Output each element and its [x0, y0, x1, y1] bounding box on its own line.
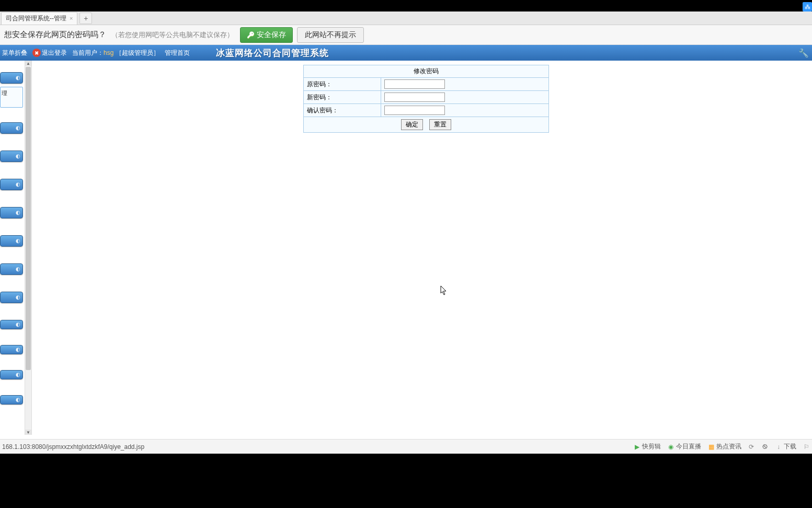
sidebar-item-8[interactable]	[0, 292, 23, 303]
admin-home-link[interactable]: 管理首页	[165, 49, 190, 57]
logout-link[interactable]: 退出登录	[42, 49, 67, 57]
scroll-up-icon[interactable]: ▲	[25, 61, 31, 66]
news-button[interactable]: ▦ 热点资讯	[707, 442, 741, 451]
sidebar-subitem[interactable]: 理	[0, 87, 23, 108]
live-label: 今日直播	[676, 442, 701, 451]
quick-cut-button[interactable]: ▶ 快剪辑	[633, 442, 661, 451]
download-button[interactable]: ↓ 下载	[775, 442, 796, 451]
logout-icon: ✖	[32, 49, 41, 57]
sidebar-item-1[interactable]	[0, 72, 23, 84]
browser-tab[interactable]: 司合同管理系统--管理 ×	[1, 12, 77, 25]
cursor-icon	[440, 285, 448, 298]
old-password-input[interactable]	[384, 79, 445, 89]
status-url: 168.1.103:8080/jspmxxzxhtglxtdzkfA9/qiye…	[2, 443, 633, 451]
reset-button[interactable]: 重置	[429, 119, 451, 130]
sidebar-item-11[interactable]	[0, 370, 23, 379]
password-prompt: 想安全保存此网页的密码吗？	[4, 30, 106, 40]
menu-toggle-link[interactable]: 菜单折叠	[2, 49, 27, 57]
content-area: 修改密码 原密码： 新密码： 确认密码： 确定 重置	[38, 61, 812, 435]
sidebar: 理	[0, 61, 25, 435]
live-icon: ◉	[667, 443, 674, 451]
quick-cut-icon: ▶	[633, 443, 641, 451]
sidebar-sub-label: 理	[2, 89, 7, 97]
download-label: 下载	[784, 442, 796, 451]
username: hsg	[104, 49, 113, 56]
sidebar-wrap: 理 ▲ ▼	[0, 61, 38, 435]
title-bar-black	[0, 0, 812, 11]
sidebar-item-7[interactable]	[0, 263, 23, 275]
sidebar-item-3[interactable]	[0, 151, 23, 162]
app-header: 菜单折叠 ✖ 退出登录 当前用户：hsg ［超级管理员］ 管理首页 冰蓝网络公司…	[0, 45, 812, 61]
status-actions: ▶ 快剪辑 ◉ 今日直播 ▦ 热点资讯 ⟳ 🛇 ↓ 下载 ⚐	[633, 442, 810, 451]
new-password-label: 新密码：	[304, 91, 381, 104]
close-icon[interactable]: ×	[70, 15, 73, 21]
new-password-input[interactable]	[384, 93, 445, 102]
scroll-down-icon[interactable]: ▼	[25, 430, 31, 435]
confirm-password-input[interactable]	[384, 106, 445, 115]
sidebar-item-12[interactable]	[0, 395, 23, 405]
browser-tab-bar: 司合同管理系统--管理 × +	[0, 11, 812, 25]
quick-cut-label: 快剪辑	[642, 442, 661, 451]
ok-button[interactable]: 确定	[401, 119, 423, 130]
sidebar-item-5[interactable]	[0, 207, 23, 218]
download-icon: ↓	[775, 443, 782, 451]
main-area: 理 ▲ ▼ 修改密码 原密码： 新密码：	[0, 61, 812, 435]
password-save-bar: 想安全保存此网页的密码吗？ （若您使用网吧等公共电脑不建议保存） 安全保存 此网…	[0, 25, 812, 45]
user-prefix: 当前用户：	[72, 49, 104, 56]
app-title: 冰蓝网络公司合同管理系统	[216, 47, 329, 59]
confirm-password-label: 确认密码：	[304, 104, 381, 117]
change-password-form: 修改密码 原密码： 新密码： 确认密码： 确定 重置	[303, 65, 549, 133]
sidebar-item-6[interactable]	[0, 235, 23, 247]
sidebar-scrollbar[interactable]: ▲ ▼	[25, 61, 32, 435]
old-password-label: 原密码：	[304, 78, 381, 91]
new-tab-button[interactable]: +	[79, 13, 92, 24]
tab-title: 司合同管理系统--管理	[6, 14, 66, 23]
sidebar-item-9[interactable]	[0, 320, 23, 329]
save-password-button[interactable]: 安全保存	[240, 27, 293, 43]
user-role: ［超级管理员］	[116, 49, 159, 56]
form-title: 修改密码	[304, 65, 549, 78]
corner-widget-icon[interactable]: ⁂	[803, 2, 812, 11]
mute-icon[interactable]: 🛇	[761, 443, 769, 451]
header-tool-icon[interactable]: 🔧	[798, 48, 809, 58]
sidebar-item-10[interactable]	[0, 345, 23, 354]
news-label: 热点资讯	[716, 442, 741, 451]
live-button[interactable]: ◉ 今日直播	[667, 442, 701, 451]
no-remind-button[interactable]: 此网站不再提示	[297, 27, 364, 43]
flag-icon[interactable]: ⚐	[803, 443, 810, 451]
sidebar-item-4[interactable]	[0, 179, 23, 190]
news-icon: ▦	[707, 443, 715, 451]
browser-status-bar: 168.1.103:8080/jspmxxzxhtglxtdzkfA9/qiye…	[0, 439, 812, 454]
bottom-black-bar	[0, 454, 812, 508]
password-hint: （若您使用网吧等公共电脑不建议保存）	[111, 30, 234, 40]
scroll-thumb[interactable]	[26, 67, 31, 370]
sync-icon[interactable]: ⟳	[748, 443, 755, 451]
current-user-label: 当前用户：hsg ［超级管理员］	[72, 49, 159, 57]
sidebar-item-2[interactable]	[0, 122, 23, 134]
